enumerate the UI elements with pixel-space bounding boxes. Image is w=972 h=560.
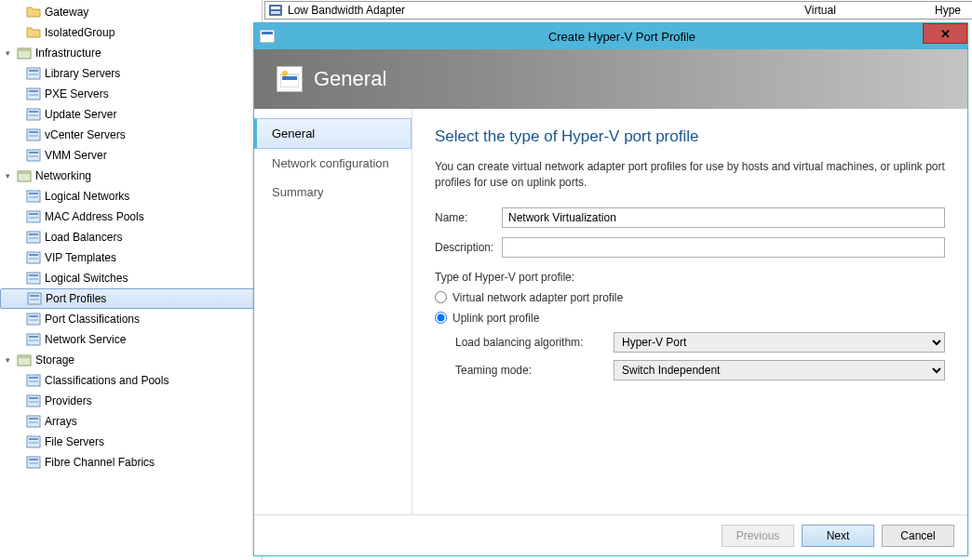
- svg-rect-6: [29, 90, 38, 92]
- name-label: Name:: [435, 211, 502, 224]
- tree-item-label: Networking: [35, 169, 91, 182]
- radio-uplink[interactable]: Uplink port profile: [435, 312, 945, 325]
- description-field[interactable]: [502, 237, 945, 258]
- tree-item-label: Gateway: [45, 6, 88, 19]
- tree-item-pxe-servers[interactable]: PXE Servers: [0, 84, 262, 104]
- tree-icon: [26, 434, 41, 449]
- svg-rect-3: [29, 70, 38, 72]
- svg-rect-50: [29, 401, 38, 403]
- wizard-body: GeneralNetwork configurationSummary Sele…: [254, 109, 967, 514]
- step-summary[interactable]: Summary: [254, 178, 412, 207]
- svg-rect-55: [29, 438, 38, 440]
- radio-uplink-input[interactable]: [435, 312, 447, 324]
- radio-virtual-adapter-input[interactable]: [435, 291, 447, 303]
- tree-item-port-classifications[interactable]: Port Classifications: [0, 309, 262, 329]
- step-nav: GeneralNetwork configurationSummary: [254, 109, 412, 514]
- svg-rect-49: [29, 397, 38, 399]
- tree-item-classifications-and-pools[interactable]: Classifications and Pools: [0, 370, 262, 391]
- expand-icon[interactable]: ▾: [6, 355, 15, 365]
- wizard-banner: General: [254, 49, 967, 109]
- tree-icon: [17, 46, 32, 60]
- svg-rect-29: [29, 254, 38, 256]
- tree-icon: [26, 271, 41, 286]
- close-button[interactable]: ✕: [923, 23, 967, 44]
- tree-item-vcenter-servers[interactable]: vCenter Servers: [0, 125, 262, 145]
- tree-item-gateway[interactable]: Gateway: [0, 2, 262, 22]
- tree-item-mac-address-pools[interactable]: MAC Address Pools: [0, 207, 262, 227]
- tree-item-vip-templates[interactable]: VIP Templates: [0, 247, 262, 268]
- tree-item-vmm-server[interactable]: VMM Server: [0, 145, 262, 166]
- tree-icon: [26, 332, 41, 347]
- tree-icon: [26, 66, 41, 81]
- tree-item-update-server[interactable]: Update Server: [0, 104, 262, 125]
- list-row[interactable]: Low Bandwidth Adapter Virtual Hype: [264, 1, 972, 20]
- wizard-footer: Previous Next Cancel: [254, 514, 967, 555]
- teaming-select[interactable]: Switch Independent: [614, 360, 945, 380]
- svg-rect-56: [29, 442, 38, 444]
- tree-item-network-service[interactable]: Network Service: [0, 329, 262, 350]
- tree-item-providers[interactable]: Providers: [0, 391, 262, 411]
- description-label: Description:: [435, 241, 502, 254]
- svg-rect-42: [29, 340, 38, 341]
- svg-rect-61: [271, 7, 280, 9]
- tree-icon: [26, 87, 41, 101]
- tree-item-label: Update Server: [45, 108, 116, 121]
- svg-rect-47: [29, 380, 38, 382]
- tree-item-label: Fibre Channel Fabrics: [45, 456, 155, 469]
- wizard-page: Select the type of Hyper-V port profile …: [412, 109, 967, 514]
- titlebar[interactable]: Create Hyper-V Port Profile ✕: [254, 23, 967, 49]
- tree-item-port-profiles[interactable]: Port Profiles: [0, 288, 262, 309]
- svg-rect-58: [29, 459, 38, 460]
- row-type: Virtual: [804, 4, 935, 17]
- step-network-configuration[interactable]: Network configuration: [254, 149, 412, 178]
- tree-icon: [26, 312, 41, 327]
- svg-rect-62: [271, 11, 280, 14]
- svg-rect-30: [29, 258, 38, 260]
- lba-select[interactable]: Hyper-V Port: [614, 332, 945, 353]
- tree-item-label: Arrays: [45, 415, 77, 428]
- tree-item-library-servers[interactable]: Library Servers: [0, 63, 262, 84]
- tree-item-logical-switches[interactable]: Logical Switches: [0, 268, 262, 288]
- step-general[interactable]: General: [254, 118, 412, 149]
- svg-rect-23: [29, 213, 38, 215]
- tree-icon: [26, 230, 41, 245]
- tree-item-arrays[interactable]: Arrays: [0, 411, 262, 432]
- expand-icon[interactable]: ▾: [6, 171, 15, 180]
- expand-icon[interactable]: ▾: [6, 48, 15, 58]
- svg-rect-4: [29, 73, 38, 75]
- previous-button: Previous: [722, 525, 794, 547]
- banner-icon: [277, 66, 303, 92]
- tree-item-file-servers[interactable]: File Servers: [0, 432, 262, 452]
- app-icon: [258, 27, 277, 46]
- next-button[interactable]: Next: [802, 525, 874, 547]
- svg-rect-9: [29, 111, 38, 113]
- tree-item-load-balancers[interactable]: Load Balancers: [0, 227, 262, 247]
- name-field[interactable]: [502, 207, 945, 228]
- row-name: Low Bandwidth Adapter: [286, 4, 804, 17]
- svg-rect-24: [29, 217, 38, 219]
- svg-rect-66: [282, 76, 297, 80]
- row-extra: Hype: [935, 4, 972, 17]
- tree-item-label: Load Balancers: [45, 231, 122, 244]
- dialog-title: Create Hyper-V Port Profile: [277, 30, 967, 44]
- tree-item-storage[interactable]: ▾Storage: [0, 350, 262, 370]
- radio-virtual-adapter[interactable]: Virtual network adapter port profile: [435, 291, 945, 304]
- tree-icon: [26, 189, 41, 204]
- tree-item-label: MAC Address Pools: [45, 210, 144, 223]
- tree-item-networking[interactable]: ▾Networking: [0, 166, 262, 186]
- tree-icon: [26, 107, 41, 122]
- tree-icon: [26, 414, 41, 429]
- tree-icon: [26, 455, 41, 470]
- svg-rect-53: [29, 421, 38, 423]
- tree-item-logical-networks[interactable]: Logical Networks: [0, 186, 262, 207]
- tree-icon: [26, 373, 41, 388]
- tree-item-fibre-channel-fabrics[interactable]: Fibre Channel Fabrics: [0, 452, 262, 473]
- tree-icon: [26, 5, 41, 20]
- cancel-button[interactable]: Cancel: [882, 525, 954, 547]
- tree-item-infrastructure[interactable]: ▾Infrastructure: [0, 43, 262, 63]
- tree-icon: [27, 291, 42, 306]
- svg-rect-21: [29, 196, 38, 198]
- tree-item-label: File Servers: [45, 435, 104, 448]
- tree-item-isolatedgroup[interactable]: IsolatedGroup: [0, 22, 262, 43]
- tree-item-label: Storage: [35, 353, 74, 367]
